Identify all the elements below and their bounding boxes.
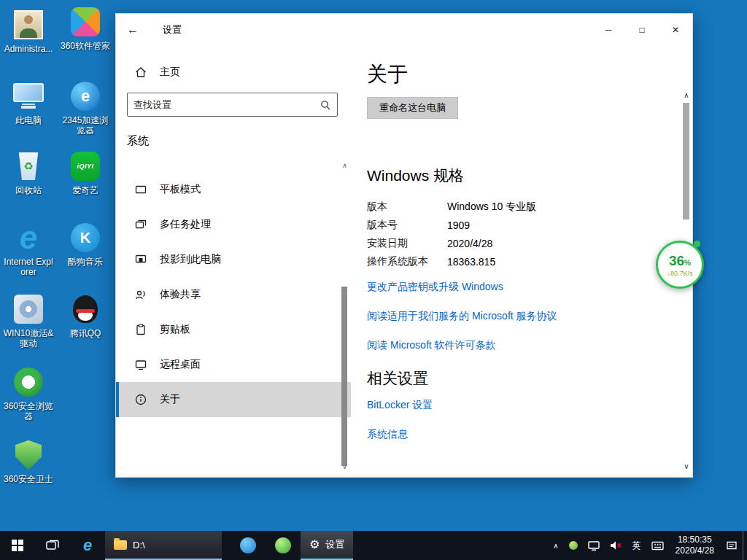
search-box [127, 93, 338, 117]
window-title: 设置 [163, 23, 182, 36]
show-desktop-button[interactable] [743, 531, 747, 560]
desktop-icon-administrator[interactable]: Administra... [1, 9, 55, 54]
desktop-icon-360-software-manager[interactable]: 360软件管家 [58, 6, 112, 51]
sidebar-item-about[interactable]: 关于 [116, 382, 351, 417]
tray-360-button[interactable] [564, 531, 583, 560]
explorer-d-drive-button[interactable]: D:\ [105, 531, 222, 560]
sidebar-item-home[interactable]: 主页 [116, 59, 351, 85]
scroll-down-icon[interactable]: ∨ [681, 462, 692, 471]
touch-keyboard-button[interactable] [646, 531, 669, 560]
tablet-mode-icon [134, 183, 147, 196]
desktop-icon-2345-browser[interactable]: e 2345加速浏览器 [58, 80, 112, 136]
hidden-icons-button[interactable]: ∧ [548, 531, 563, 560]
system-info-link[interactable]: 系统信息 [367, 428, 659, 441]
settings-sidebar: 主页 系统 平板模式 多任务处理 [116, 46, 351, 477]
settings-window: ← 设置 ─ □ ✕ 主页 系统 [115, 13, 693, 478]
back-button[interactable]: ← [116, 14, 150, 46]
system-tray: ∧ 英 18:50:35 2020/4/28 [548, 531, 747, 560]
spec-label: 安装日期 [367, 237, 447, 250]
start-menu-button[interactable] [0, 531, 35, 560]
minimize-icon: ─ [605, 25, 612, 35]
bitlocker-settings-link[interactable]: BitLocker 设置 [367, 399, 659, 412]
recycle-bin-icon: ♻ [12, 150, 45, 182]
sidebar-item-clipboard[interactable]: 剪贴板 [116, 312, 351, 347]
spec-value: 18363.815 [447, 256, 495, 268]
desktop-icon-360-secure-browser[interactable]: 360安全浏览器 [1, 366, 55, 421]
sidebar-item-shared-experiences[interactable]: 体验共享 [116, 277, 351, 312]
task-view-button[interactable] [35, 531, 70, 560]
percent-unit: % [684, 259, 691, 267]
edge-icon: e [83, 537, 92, 553]
desktop-icon-internet-explorer[interactable]: e Internet Explorer [1, 222, 55, 277]
volume-muted-icon [610, 540, 622, 551]
edge-browser-button[interactable]: e [70, 531, 105, 560]
selected-accent-bar [116, 382, 119, 417]
rename-pc-button[interactable]: 重命名这台电脑 [367, 97, 458, 119]
desktop-icon-label: 2345加速浏览器 [58, 115, 112, 136]
desktop-icon-label: WIN10激活&驱动 [1, 328, 55, 349]
scroll-up-icon[interactable]: ∧ [681, 91, 692, 100]
sidebar-item-tablet-mode[interactable]: 平板模式 [116, 172, 351, 207]
change-product-key-link[interactable]: 更改产品密钥或升级 Windows [367, 281, 659, 294]
search-icon[interactable] [320, 100, 330, 110]
desktop-icon-kugou-music[interactable]: K 酷狗音乐 [58, 222, 112, 267]
network-button[interactable] [583, 531, 605, 560]
desktop-icon-label: 此电脑 [1, 115, 55, 125]
action-center-button[interactable] [721, 531, 743, 560]
content-scrollbar-thumb[interactable] [683, 103, 689, 219]
desktop-icon-this-pc[interactable]: 此电脑 [1, 80, 55, 125]
services-agreement-link[interactable]: 阅读适用于我们服务的 Microsoft 服务协议 [367, 310, 659, 323]
back-arrow-icon: ← [127, 23, 139, 36]
gear-icon: ⚙ [309, 539, 320, 551]
titlebar: ← 设置 ─ □ ✕ [116, 14, 692, 46]
sidebar-item-label: 远程桌面 [160, 358, 201, 371]
drive-label: D:\ [133, 540, 145, 551]
scroll-down-icon[interactable]: ∨ [340, 462, 349, 471]
desktop-icon-label: 爱奇艺 [58, 185, 112, 195]
360-secure-browser-icon [12, 366, 45, 398]
search-input[interactable] [128, 99, 320, 110]
pinned-app-blue-button[interactable] [231, 531, 266, 560]
network-icon [588, 540, 600, 551]
desktop-icon-recycle-bin[interactable]: ♻ 回收站 [1, 150, 55, 195]
desktop-icon-label: Administra... [1, 44, 55, 54]
pinned-app-green-button[interactable] [266, 531, 301, 560]
scroll-up-icon[interactable]: ∧ [340, 161, 349, 170]
download-speed: ↓80.7K/s [667, 270, 692, 277]
sidebar-item-multitasking[interactable]: 多任务处理 [116, 207, 351, 242]
desktop-icon-iqiyi[interactable]: iQIYI 爱奇艺 [58, 150, 112, 195]
360-safe-guard-icon [12, 439, 45, 471]
desktop-icon-win10-activation[interactable]: WIN10激活&驱动 [1, 293, 55, 349]
remote-desktop-icon [134, 358, 147, 371]
internet-explorer-icon: e [12, 222, 45, 254]
user-photo-icon [12, 9, 45, 41]
about-icon [134, 393, 147, 406]
maximize-button[interactable]: □ [625, 14, 659, 46]
related-settings-title: 相关设置 [367, 368, 659, 389]
spec-row-install-date: 安装日期 2020/4/28 [367, 234, 659, 252]
desktop-icon-label: 酷狗音乐 [58, 257, 112, 267]
desktop-icon-tencent-qq[interactable]: 腾讯QQ [58, 293, 112, 338]
windows-spec-title: Windows 规格 [367, 166, 659, 186]
page-title: 关于 [367, 61, 659, 88]
clock[interactable]: 18:50:35 2020/4/28 [669, 531, 721, 560]
volume-button[interactable] [605, 531, 627, 560]
language-indicator[interactable]: 英 [627, 531, 646, 560]
net-speed-float-widget[interactable]: 36 % ↓80.7K/s [656, 241, 704, 289]
spec-label: 版本号 [367, 219, 447, 232]
close-button[interactable]: ✕ [659, 14, 692, 46]
minimize-button[interactable]: ─ [592, 14, 625, 46]
desktop-icon-360-safe-guard[interactable]: 360安全卫士 [1, 439, 55, 484]
sidebar-item-remote-desktop[interactable]: 远程桌面 [116, 347, 351, 382]
sidebar-item-projecting[interactable]: 投影到此电脑 [116, 242, 351, 277]
close-icon: ✕ [672, 25, 679, 35]
desktop: Administra... 此电脑 ♻ 回收站 e Internet Explo… [0, 0, 747, 560]
2345-browser-icon: e [69, 80, 102, 112]
license-terms-link[interactable]: 阅读 Microsoft 软件许可条款 [367, 339, 659, 352]
chevron-up-icon: ∧ [553, 542, 558, 550]
sidebar-scrollbar-thumb[interactable] [341, 287, 347, 466]
clock-time: 18:50:35 [678, 534, 712, 545]
sidebar-item-label: 关于 [160, 393, 180, 406]
home-label: 主页 [160, 66, 180, 79]
settings-taskbar-button[interactable]: ⚙ 设置 [301, 531, 353, 560]
